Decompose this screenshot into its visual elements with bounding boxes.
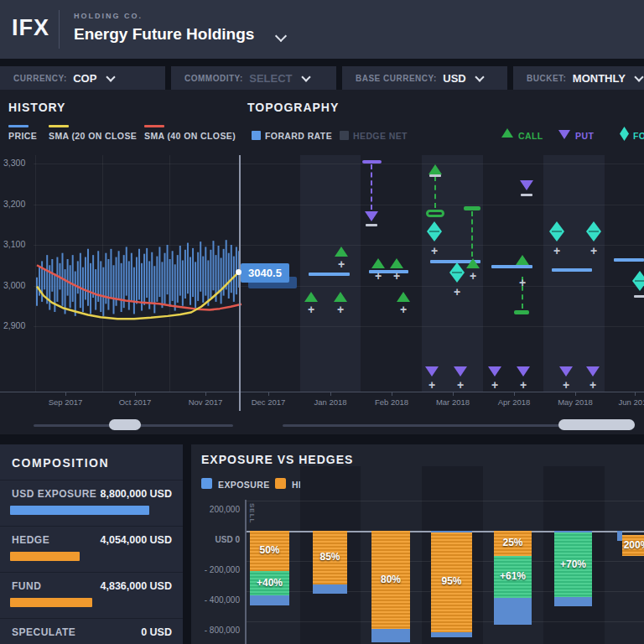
plus-mark: + — [517, 379, 530, 391]
usd-exposure-label: USD EXPOSURE — [12, 488, 96, 500]
fx-dashboard: { "header": { "logo": "IFX", "company_la… — [0, 0, 644, 644]
composition-row-fund: FUND 4,836,000 USD — [0, 572, 183, 619]
put-marker[interactable] — [559, 366, 573, 377]
value-axis-line — [245, 500, 247, 644]
strike-cap-bar[interactable] — [514, 310, 529, 314]
plus-mark: + — [397, 304, 410, 315]
call-connector-line — [471, 211, 473, 257]
plus-mark: + — [425, 379, 439, 391]
hedged-pct-label: +70% — [554, 558, 592, 570]
composition-panel: COMPOSITION USD EXPOSURE 8,800,000 USD H… — [0, 444, 183, 644]
put-cap-bar[interactable] — [362, 160, 382, 164]
diamond-center-line — [552, 231, 562, 232]
last-price-dot — [236, 269, 242, 275]
diamond-center-line — [452, 272, 462, 273]
speculate-label: SPECULATE — [12, 626, 75, 638]
plus-mark: + — [428, 245, 441, 257]
usd-exposure-bar — [10, 506, 149, 515]
speculate-value: 0 USD — [141, 626, 172, 638]
plus-mark: + — [304, 304, 318, 315]
hedge-label: HEDGE — [12, 534, 49, 546]
put-marker[interactable] — [517, 366, 530, 377]
put-marker[interactable] — [454, 366, 467, 377]
call-marker[interactable] — [466, 258, 480, 268]
fund-label: FUND — [12, 580, 41, 592]
plus-mark: + — [586, 379, 600, 391]
exposure-chart-canvas: 200,000USD 0- 200,000- 400,000- 800,000S… — [191, 444, 644, 644]
call-marker[interactable] — [304, 292, 318, 302]
put-marker[interactable] — [520, 180, 533, 190]
call-marker[interactable] — [371, 258, 385, 268]
composition-row-usd-exposure: USD EXPOSURE 8,800,000 USD — [0, 480, 183, 527]
hedged-pct-label: +40% — [250, 577, 289, 589]
plus-mark: + — [454, 379, 467, 391]
hedged-pct-label: 95% — [431, 575, 472, 587]
plus-mark: + — [488, 379, 501, 391]
strike-pill[interactable] — [426, 210, 444, 217]
usd-exposure-value: 8,800,000 USD — [101, 488, 172, 500]
plus-mark: + — [550, 245, 564, 257]
composition-row-hedge: HEDGE 4,054,000 USD — [0, 526, 183, 573]
hedge-bar — [10, 552, 80, 561]
call-marker[interactable] — [428, 164, 442, 174]
dash-mark — [429, 174, 441, 177]
sell-label: SELL — [248, 503, 256, 523]
usd-axis-label: - 800,000 — [193, 626, 240, 635]
forward-rate-bar[interactable] — [552, 268, 592, 272]
composition-title: COMPOSITION — [12, 456, 109, 470]
call-connector-line — [434, 176, 436, 208]
fund-value: 4,836,000 USD — [101, 580, 172, 592]
put-connector-line — [371, 164, 372, 210]
diamond-center-line — [429, 231, 439, 232]
plus-mark: + — [450, 286, 464, 298]
plus-mark: + — [371, 270, 385, 282]
fund-bar — [10, 598, 92, 607]
put-marker[interactable] — [425, 366, 439, 377]
call-marker[interactable] — [390, 258, 403, 268]
usd-axis-label: 200,000 — [193, 505, 240, 514]
plus-mark: + — [516, 277, 529, 288]
hedged-pct-label: +61% — [494, 570, 532, 582]
put-marker[interactable] — [586, 366, 600, 377]
call-marker[interactable] — [516, 255, 529, 265]
diamond-center-line — [635, 280, 644, 282]
put-marker[interactable] — [488, 366, 501, 377]
hedged-pct-label: 85% — [313, 551, 347, 563]
dash-mark — [521, 194, 532, 196]
plus-mark: + — [390, 270, 403, 282]
hedge-value: 4,054,000 USD — [101, 534, 172, 546]
hedged-pct-label: 50% — [250, 544, 289, 556]
forward-rate-bar[interactable] — [614, 258, 644, 262]
composition-row-speculate: SPECULATE 0 USD — [0, 618, 183, 644]
strike-cap-bar[interactable] — [464, 206, 480, 210]
last-price-tag: 3040.5 — [241, 263, 289, 283]
top-charts-canvas: 3,3003,2003,1003,0002,900Sep 2017Oct 201… — [0, 0, 644, 444]
dash-mark — [634, 295, 644, 298]
hedged-pct-label: 80% — [371, 574, 410, 585]
plus-mark: + — [334, 304, 347, 315]
right-scrollbar-handle[interactable] — [558, 419, 635, 430]
forward-rate-bar[interactable] — [309, 273, 350, 276]
diamond-center-line — [589, 231, 599, 232]
history-price-series[interactable] — [0, 0, 644, 444]
usd-axis-label: - 200,000 — [193, 565, 240, 574]
left-scrollbar-handle[interactable] — [109, 419, 141, 430]
call-marker[interactable] — [335, 247, 348, 257]
usd-axis-label: USD 0 — [193, 535, 240, 544]
forward-rate-bar[interactable] — [491, 265, 532, 268]
put-marker[interactable] — [365, 211, 378, 221]
call-marker[interactable] — [334, 292, 347, 302]
plus-mark: + — [559, 379, 573, 391]
usd-axis-label: - 400,000 — [193, 595, 240, 605]
plus-mark: + — [587, 245, 600, 257]
now-divider-line — [239, 155, 241, 411]
hedged-pct-label: 25% — [494, 537, 532, 548]
usd-gridline — [245, 501, 644, 501]
dash-mark — [366, 224, 377, 226]
hedged-pct-label: 200% — [622, 539, 644, 551]
call-marker[interactable] — [397, 292, 410, 302]
section-divider — [0, 434, 644, 444]
plus-mark: + — [466, 270, 480, 282]
exposure-vs-hedges-panel: EXPOSURE VS HEDGES EXPOSURE HEDGED % 200… — [191, 444, 644, 644]
plus-mark: + — [335, 258, 348, 270]
